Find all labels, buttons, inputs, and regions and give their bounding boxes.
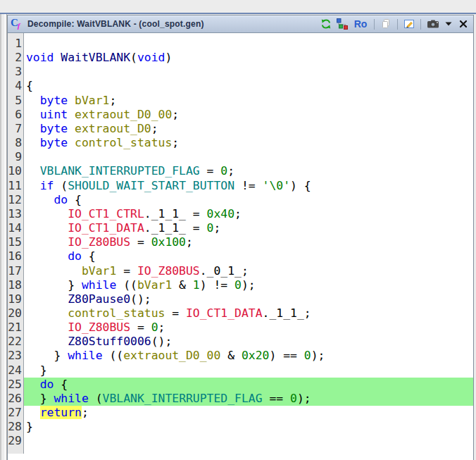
- code-token[interactable]: [26, 164, 40, 178]
- code-token[interactable]: control_status: [68, 306, 165, 320]
- code-token[interactable]: 0x40: [207, 207, 234, 220]
- highlighted-token[interactable]: return: [40, 406, 82, 419]
- code-line-text[interactable]: IO_CT1_CTRL._1_1_ = 0x40;: [24, 207, 473, 221]
- code-token[interactable]: (: [54, 179, 68, 192]
- code-token[interactable]: uint: [40, 108, 68, 121]
- code-token[interactable]: }: [26, 363, 47, 377]
- code-token[interactable]: =: [130, 235, 151, 249]
- code-token[interactable]: {: [68, 193, 82, 206]
- code-token[interactable]: ) {: [290, 179, 311, 192]
- close-icon[interactable]: [457, 18, 470, 30]
- code-token[interactable]: [26, 335, 68, 348]
- code-line-text[interactable]: uint extraout_D0_00;: [24, 108, 473, 122]
- code-token[interactable]: [26, 136, 40, 149]
- code-token[interactable]: do: [54, 193, 68, 206]
- code-line-text[interactable]: {: [24, 79, 473, 93]
- code-line-text[interactable]: control_status = IO_CT1_DATA._1_1_;: [24, 306, 473, 321]
- code-token[interactable]: ();: [151, 335, 173, 348]
- code-token[interactable]: [26, 292, 68, 306]
- code-line-text[interactable]: [24, 37, 473, 51]
- code-token[interactable]: ._1_1_ =: [144, 207, 207, 220]
- code-token[interactable]: ((: [116, 278, 137, 292]
- code-token[interactable]: =: [130, 321, 151, 334]
- code-token[interactable]: =: [200, 164, 221, 178]
- code-token[interactable]: [26, 108, 40, 121]
- snapshot-icon[interactable]: [426, 18, 440, 30]
- code-token[interactable]: if: [40, 179, 54, 192]
- code-token[interactable]: [26, 378, 40, 391]
- code-token[interactable]: IO_Z80BUS: [137, 264, 200, 278]
- code-line-text[interactable]: do {: [24, 378, 473, 392]
- code-token[interactable]: extraout_D0_00: [123, 349, 220, 362]
- code-line-text[interactable]: Z80Stuff0006();: [24, 335, 473, 349]
- code-line-text[interactable]: byte control_status;: [24, 136, 473, 150]
- code-token[interactable]: SHOULD_WAIT_START_BUTTON: [68, 179, 234, 192]
- code-line-text[interactable]: byte bVar1;: [24, 94, 473, 108]
- code-token[interactable]: [68, 122, 75, 135]
- code-token[interactable]: [26, 193, 54, 206]
- code-line-text[interactable]: IO_CT1_DATA._1_1_ = 0;: [24, 221, 473, 235]
- code-token[interactable]: 0: [304, 349, 311, 362]
- code-token[interactable]: ;: [213, 221, 220, 235]
- code-token[interactable]: ;: [227, 164, 234, 178]
- code-token[interactable]: IO_CT1_DATA: [186, 306, 263, 320]
- code-token[interactable]: do: [68, 249, 82, 263]
- code-token[interactable]: 0: [151, 321, 158, 334]
- code-token[interactable]: Z80Stuff0006: [68, 335, 151, 348]
- code-line-text[interactable]: do {: [24, 249, 473, 263]
- code-line-text[interactable]: } while ((extraout_D0_00 & 0x20) == 0);: [24, 349, 473, 363]
- code-token[interactable]: 0: [207, 221, 214, 235]
- code-token[interactable]: [26, 235, 68, 249]
- code-line-text[interactable]: bVar1 = IO_Z80BUS._0_1_;: [24, 264, 473, 278]
- code-token[interactable]: }: [26, 349, 68, 362]
- code-line-text[interactable]: IO_Z80BUS = 0;: [24, 321, 473, 335]
- code-token[interactable]: [54, 51, 61, 64]
- code-token[interactable]: IO_Z80BUS: [68, 235, 130, 249]
- code-token[interactable]: ._1_1_;: [263, 306, 311, 320]
- decompile-titlebar[interactable]: Cf Decompile: WaitVBLANK - (cool_spot.ge…: [8, 15, 473, 33]
- code-line-text[interactable]: void WaitVBLANK(void): [24, 51, 473, 65]
- code-token[interactable]: ._1_1_ =: [144, 221, 207, 235]
- code-token[interactable]: ;: [172, 108, 179, 121]
- panel-splitter[interactable]: [0, 14, 7, 460]
- code-token[interactable]: 0: [234, 278, 242, 292]
- code-token[interactable]: [68, 108, 75, 121]
- code-token[interactable]: [26, 221, 68, 235]
- code-token[interactable]: [68, 136, 75, 149]
- code-token[interactable]: [26, 249, 68, 263]
- code-token[interactable]: void: [26, 51, 54, 64]
- code-token[interactable]: VBLANK_INTERRUPTED_FLAG: [40, 164, 200, 178]
- code-token[interactable]: );: [242, 278, 256, 292]
- code-token[interactable]: [26, 321, 68, 334]
- code-token[interactable]: WaitVBLANK: [61, 51, 130, 64]
- code-token[interactable]: {: [82, 249, 96, 263]
- code-token[interactable]: ;: [172, 136, 179, 149]
- code-token[interactable]: ;: [158, 321, 165, 334]
- graph-icon[interactable]: [336, 18, 349, 30]
- code-token[interactable]: IO_CT1_DATA: [68, 221, 144, 235]
- code-token[interactable]: ;: [82, 406, 89, 419]
- code-token[interactable]: [26, 406, 40, 419]
- code-token[interactable]: }: [26, 392, 54, 405]
- code-token[interactable]: byte: [40, 94, 68, 107]
- code-token[interactable]: );: [297, 392, 311, 405]
- code-token[interactable]: =: [165, 306, 186, 320]
- code-token[interactable]: bVar1: [82, 264, 116, 278]
- code-token[interactable]: 0: [220, 164, 227, 178]
- code-token[interactable]: [68, 94, 75, 107]
- code-token[interactable]: extraout_D0_00: [75, 108, 172, 121]
- code-line-text[interactable]: return;: [24, 406, 473, 420]
- code-token[interactable]: (: [130, 51, 137, 64]
- code-token[interactable]: ;: [186, 235, 193, 249]
- code-line-text[interactable]: } while (VBLANK_INTERRUPTED_FLAG == 0);: [24, 392, 473, 406]
- code-token[interactable]: ._0_1_;: [200, 264, 249, 278]
- code-token[interactable]: while: [68, 349, 102, 362]
- decompiled-code-view[interactable]: 12void WaitVBLANK(void)34{5 byte bVar1;6…: [8, 33, 473, 460]
- code-token[interactable]: Z80Pause0: [68, 292, 130, 306]
- code-token[interactable]: [26, 207, 68, 220]
- code-token[interactable]: }: [26, 420, 33, 433]
- refresh-icon[interactable]: [320, 18, 332, 30]
- menu-arrow-icon[interactable]: [444, 18, 453, 30]
- code-token[interactable]: ((: [103, 349, 124, 362]
- code-token[interactable]: );: [311, 349, 325, 362]
